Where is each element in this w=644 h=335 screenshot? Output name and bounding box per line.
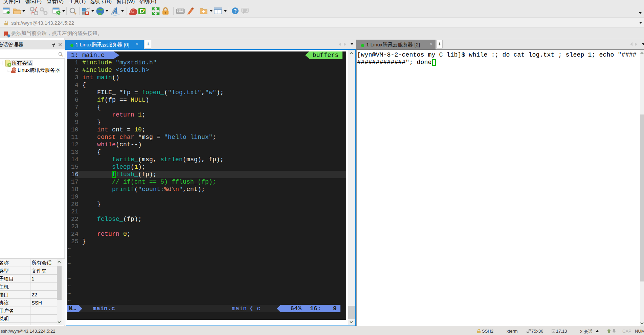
svg-text:?: ?	[234, 8, 237, 14]
